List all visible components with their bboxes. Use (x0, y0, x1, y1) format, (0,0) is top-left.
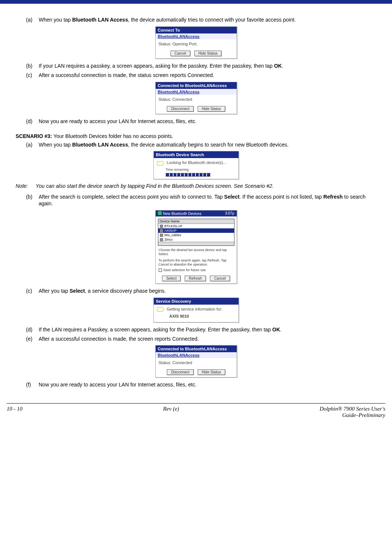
step-3c: (c) After you tap Select, a service disc… (26, 288, 376, 295)
step-3a: (a) When you tap Bluetooth LAN Access, t… (26, 141, 376, 148)
search-animation-icon (157, 307, 163, 312)
marker: (d) (26, 118, 39, 125)
time-remaining-label: Time remaining: (166, 168, 236, 171)
dialog-title: New Bluetooth Devices (163, 212, 201, 216)
dialog-body: Status: Connected (156, 358, 237, 367)
step-3e: (e) After a successful connection is mad… (26, 335, 376, 343)
device-icon (160, 229, 163, 232)
list-item[interactable]: Zinco (158, 237, 234, 242)
marker: (a) (26, 16, 39, 23)
step-text: Now you are ready to access your LAN for… (39, 118, 376, 125)
list-item[interactable]: AXISAP (158, 228, 234, 233)
status-value: Connected (172, 360, 192, 365)
dialog-body: Looking for Bluetooth device(s)... Time … (154, 158, 239, 179)
step-text: If the LAN requires a Passkey, a screen … (39, 326, 376, 333)
figure-connected-1: Connected to BluetoothLANAccess Bluetoot… (16, 82, 376, 114)
marker: (a) (26, 141, 39, 148)
top-accent-bar (0, 0, 392, 4)
dialog-link[interactable]: BluetoothLANAccess (156, 89, 237, 95)
checkbox[interactable] (159, 269, 162, 272)
t: , the device automatically tries to conn… (128, 17, 296, 23)
dialog-link[interactable]: BluetoothLANAccess (156, 33, 237, 39)
t-bold: Select (224, 194, 239, 200)
step-3b: (b) After the search is complete, select… (26, 193, 376, 208)
note: Note: You can also start the device sear… (16, 183, 376, 189)
t: When you tap (39, 17, 72, 23)
marker: (c) (26, 288, 39, 295)
cancel-button[interactable]: Cancel (210, 276, 230, 281)
marker: (f) (26, 381, 39, 388)
dialog-title: Connect To (156, 27, 237, 33)
step-2a: (a) When you tap Bluetooth LAN Access, t… (26, 16, 376, 23)
dialog-body: Status: Opening Port. (156, 39, 237, 48)
t: . (282, 63, 283, 69)
scenario-label: SCENARIO #3: (16, 133, 52, 139)
device-name: Zinco (165, 238, 173, 241)
t: , a service discovery phase begins. (85, 288, 166, 294)
status-label: Status: (159, 97, 171, 102)
t-bold: Bluetooth LAN Access (72, 17, 128, 23)
service-message: Getting service information for: (167, 307, 223, 311)
device-name: BTAXISLAP (165, 224, 182, 228)
footer-page-number: 10 - 10 (7, 406, 23, 418)
figure-device-search: Bluetooth Device Search Looking for Blue… (16, 151, 376, 179)
hide-status-button[interactable]: Hide Status (198, 106, 225, 112)
progress-bar (166, 173, 210, 177)
dialog-link[interactable]: BluetoothLANAccess (156, 352, 237, 358)
cancel-button[interactable]: Cancel (171, 51, 190, 56)
step-text: When you tap Bluetooth LAN Access, the d… (39, 141, 376, 148)
note-text: You can also start the device search by … (36, 183, 274, 189)
dialog-title: Connected to BluetoothLANAccess (156, 346, 237, 352)
disconnect-button[interactable]: Disconnect (167, 106, 193, 112)
footer-doc-title: Dolphin® 7900 Series User's Guide–Prelim… (320, 406, 385, 418)
select-button[interactable]: Select (162, 276, 181, 281)
dialog-device-search: Bluetooth Device Search Looking for Blue… (153, 151, 239, 179)
step-2d: (d) Now you are ready to access your LAN… (26, 118, 376, 125)
device-icon (160, 234, 163, 237)
note-label: Note: (16, 183, 36, 189)
step-text: Now you are ready to access your LAN for… (39, 381, 376, 388)
dialog-buttons: Select Refresh Cancel (156, 273, 237, 283)
step-2c: (c) After a successful connection is mad… (26, 72, 376, 79)
status-label: Status: (159, 360, 171, 365)
figure-connected-2: Connected to BluetoothLANAccess Bluetoot… (16, 345, 376, 378)
column-header: Device Name (158, 219, 234, 224)
list-item[interactable]: btis_cables (158, 233, 234, 237)
refresh-button[interactable]: Refresh (185, 276, 206, 281)
horizontal-scrollbar[interactable] (158, 242, 234, 245)
hide-status-button[interactable]: Hide Status (198, 369, 225, 375)
t-bold: Select (69, 288, 85, 294)
dialog-buttons: Cancel Hide Status (156, 48, 237, 58)
dialog-connected: Connected to BluetoothLANAccess Bluetoot… (155, 82, 237, 114)
instruction-text: Choose the desired lan access device and… (156, 248, 237, 256)
page-body: (a) When you tap Bluetooth LAN Access, t… (0, 4, 392, 395)
save-selection-row[interactable]: Save selection for future use. (156, 267, 237, 273)
t-bold: Bluetooth LAN Access (72, 142, 128, 148)
dialog-connected: Connected to BluetoothLANAccess Bluetoot… (155, 345, 237, 378)
device-name: btis_cables (165, 233, 181, 237)
figure-new-devices: New Bluetooth Devices 3:07p Device Name … (16, 210, 376, 283)
dialog-buttons: Disconnect Hide Status (156, 367, 237, 377)
marker: (d) (26, 326, 39, 333)
disconnect-button[interactable]: Disconnect (167, 369, 193, 375)
t: After the search is complete, select the… (39, 194, 224, 200)
figure-connect-to: Connect To BluetoothLANAccess Status: Op… (16, 26, 376, 59)
scenario-intro: Your Bluetooth Devices folder has no acc… (52, 133, 173, 139)
list-item[interactable]: BTAXISLAP (158, 224, 234, 228)
scenario-3-heading: SCENARIO #3: Your Bluetooth Devices fold… (16, 133, 376, 139)
search-message: Looking for Bluetooth device(s)... (167, 160, 227, 165)
dialog-connect-to: Connect To BluetoothLANAccess Status: Op… (155, 26, 237, 59)
device-list[interactable]: Device Name BTAXISLAP AXISAP btis_cables… (158, 219, 234, 246)
marker: (e) (26, 335, 39, 343)
search-animation-icon (157, 161, 163, 166)
hide-status-button[interactable]: Hide Status (194, 51, 222, 56)
marker: (c) (26, 72, 39, 79)
footer-line1: Dolphin® 7900 Series User's (320, 406, 385, 412)
step-2b: (b) If your LAN requires a passkey, a sc… (26, 62, 376, 70)
figure-service-discovery: Service Discovery Getting service inform… (16, 298, 376, 322)
step-text: After the search is complete, select the… (39, 193, 376, 208)
marker: (b) (26, 193, 39, 208)
dialog-buttons: Disconnect Hide Status (156, 104, 237, 114)
app-icon (158, 211, 162, 215)
dialog-new-devices: New Bluetooth Devices 3:07p Device Name … (155, 210, 237, 283)
